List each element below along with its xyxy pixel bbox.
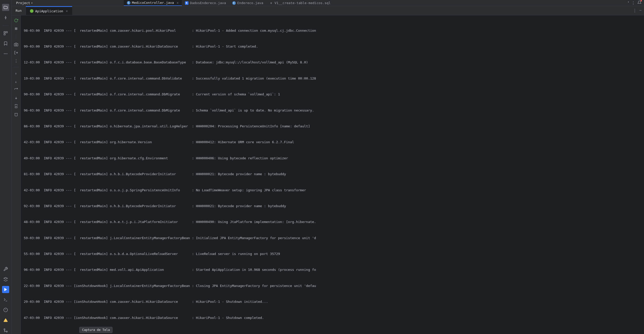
run-toolbar: ⋮ ↑ ↓: [12, 15, 21, 334]
tabs-dropdown-icon[interactable]: ▾: [628, 1, 629, 5]
log-line: 12-03:00 INFO 42039 --- [ restartedMain]…: [21, 60, 644, 65]
tab-endereco[interactable]: C Endereco.java: [229, 0, 267, 6]
tabs-menu-icon[interactable]: ⋮: [631, 1, 635, 5]
scroll-end-button[interactable]: [13, 95, 19, 101]
svg-rect-21: [15, 106, 17, 108]
svg-point-18: [15, 44, 17, 45]
more-icon[interactable]: [2, 50, 9, 57]
spring-icon: [30, 9, 34, 13]
run-panel-title: Run: [12, 6, 26, 15]
log-line: 48-03:00 INFO 42039 --- [ restartedMain]…: [21, 219, 644, 225]
print-button[interactable]: [13, 103, 19, 109]
warnings-icon[interactable]: [2, 317, 9, 324]
svg-point-0: [5, 17, 6, 18]
run-menu-icon[interactable]: ⋮: [633, 8, 637, 13]
svg-point-15: [6, 331, 7, 332]
tab-label: Endereco.java: [237, 1, 263, 5]
close-icon[interactable]: ×: [66, 9, 68, 13]
svg-rect-17: [15, 27, 17, 30]
log-line: 99-03:00 INFO 42039 --- [ restartedMain]…: [21, 44, 644, 49]
commits-icon[interactable]: [2, 14, 9, 21]
svg-marker-9: [4, 277, 8, 280]
console-output[interactable]: 98-03:00 INFO 42039 --- [ restartedMain]…: [21, 15, 644, 334]
toolbar-menu-icon[interactable]: ⋮: [13, 58, 19, 64]
log-line: 86-03:00 INFO 42039 --- [ restartedMain]…: [21, 124, 644, 129]
bookmarks-icon[interactable]: [2, 40, 9, 47]
svg-rect-4: [6, 31, 7, 33]
build-icon[interactable]: [2, 265, 9, 273]
log-line: 22-03:00 INFO 42039 --- [ionShutdownHook…: [21, 283, 644, 289]
log-line: 19-03:00 INFO 42039 --- [ restartedMain]…: [21, 76, 644, 81]
run-tool-icon[interactable]: [2, 286, 9, 293]
soft-wrap-button[interactable]: [13, 87, 19, 93]
tab-label: MedicoController.java: [132, 1, 174, 5]
project-label: Project: [16, 1, 30, 5]
log-line: 96-03:00 INFO 42039 --- [ restartedMain]…: [21, 108, 644, 113]
svg-rect-5: [4, 34, 5, 35]
services-icon[interactable]: [2, 276, 9, 283]
java-class-icon: C: [232, 1, 236, 5]
tab-label: V1__create-table-medicos.sql: [274, 1, 330, 5]
svg-marker-10: [4, 288, 7, 291]
minimize-icon[interactable]: —: [639, 8, 641, 13]
run-header: Run ApiApplication × ⋮ —: [12, 6, 644, 15]
svg-point-8: [7, 53, 7, 54]
log-line: 47-03:00 INFO 42039 --- [ionShutdownHook…: [21, 315, 644, 321]
screenshot-button[interactable]: [13, 41, 19, 48]
top-bar: Project ▾ C MedicoController.java × R Da…: [12, 0, 644, 6]
editor-tabs: C MedicoController.java × R DadosEnderec…: [124, 0, 334, 6]
java-class-icon: C: [127, 1, 130, 5]
notifications-icon[interactable]: [637, 1, 641, 5]
log-line: 90-03:00 INFO 42039 --- [ restartedMain]…: [21, 92, 644, 97]
svg-point-7: [5, 53, 6, 54]
log-line: 29-03:00 INFO 42039 --- [ionShutdownHook…: [21, 299, 644, 305]
svg-rect-3: [4, 31, 5, 33]
log-line: 49-03:00 INFO 42039 --- [ restartedMain]…: [21, 156, 644, 161]
run-config-name: ApiApplication: [35, 9, 63, 13]
sql-file-icon: ≡: [269, 1, 273, 5]
log-line: 92-03:00 INFO 42039 --- [ restartedMain]…: [21, 204, 644, 209]
log-line: 55-03:00 INFO 42039 --- [ restartedMain]…: [21, 251, 644, 257]
tab-dados-endereco[interactable]: R DadosEndereco.java: [182, 0, 229, 6]
structure-icon[interactable]: [2, 30, 9, 37]
terminal-icon[interactable]: [2, 296, 9, 303]
tab-label: DadosEndereco.java: [190, 1, 226, 5]
git-icon[interactable]: [2, 327, 9, 334]
screenshot-tooltip: Captura de Tela: [79, 327, 113, 333]
problems-icon[interactable]: [2, 306, 9, 314]
chevron-down-icon: ▾: [31, 2, 33, 4]
log-line: 59-03:00 INFO 42039 --- [ restartedMain]…: [21, 236, 644, 241]
log-line: 42-03:00 INFO 42039 --- [ restartedMain]…: [21, 188, 644, 193]
down-arrow-button[interactable]: ↓: [13, 79, 19, 85]
project-selector[interactable]: Project ▾: [14, 0, 35, 6]
java-record-icon: R: [185, 1, 188, 5]
log-line: 42-03:00 INFO 42039 --- [ restartedMain]…: [21, 140, 644, 145]
log-line: 96-03:00 INFO 42039 --- [ restartedMain]…: [21, 267, 644, 273]
project-icon[interactable]: [2, 4, 9, 11]
svg-point-16: [4, 329, 5, 330]
exit-button[interactable]: [13, 50, 19, 56]
up-arrow-button[interactable]: ↑: [13, 70, 19, 76]
run-config-tab[interactable]: ApiApplication ×: [26, 6, 72, 15]
svg-point-6: [4, 53, 5, 54]
delete-button[interactable]: [13, 111, 19, 117]
log-line: 98-03:00 INFO 42039 --- [ restartedMain]…: [21, 28, 644, 34]
close-icon[interactable]: ×: [176, 1, 179, 5]
notification-dot: [640, 0, 642, 2]
tab-sql-migration[interactable]: ≡ V1__create-table-medicos.sql: [266, 0, 334, 6]
log-line: 81-03:00 INFO 42039 --- [ restartedMain]…: [21, 172, 644, 177]
tab-medico-controller[interactable]: C MedicoController.java ×: [124, 0, 182, 6]
rerun-button[interactable]: [13, 17, 19, 24]
stop-button[interactable]: [13, 26, 19, 32]
left-sidebar: [0, 0, 12, 334]
